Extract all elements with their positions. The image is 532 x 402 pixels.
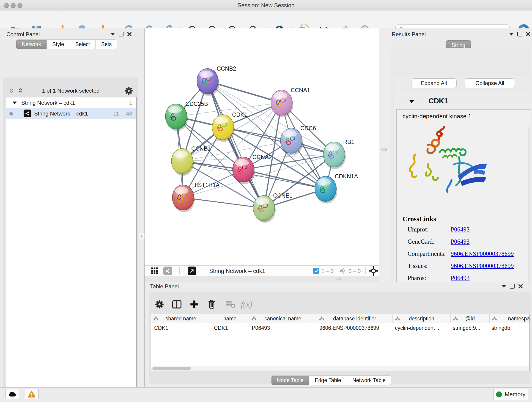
delete-table-icon[interactable] — [224, 298, 237, 311]
table-cell[interactable]: stringdb — [488, 323, 530, 332]
network-list: String Network – cdk1 1 String Network –… — [6, 97, 137, 402]
memory-button[interactable]: Memory — [493, 389, 528, 400]
column-header-database-identifier[interactable]: database identifier — [317, 314, 393, 323]
delete-column-icon[interactable] — [205, 298, 218, 311]
gene-description: cyclin-dependent kinase 1 — [403, 113, 472, 120]
crosslink-link[interactable]: 9606.ENSP00000378699 — [451, 262, 514, 269]
network-node-CCNE1[interactable]: CCNE1 — [253, 192, 293, 223]
horizontal-splitter[interactable] — [145, 276, 380, 282]
table-header-row: shared namenamecanonical namedatabase id… — [151, 314, 530, 323]
network-view-title: String Network – cdk1 — [209, 268, 265, 274]
crosslink-link[interactable]: P06493 — [451, 226, 470, 233]
memory-label: Memory — [505, 391, 525, 398]
warnings-button[interactable] — [25, 389, 38, 399]
network-node-CCNA1[interactable]: CCNA1 — [271, 87, 310, 117]
gene-details: cyclin-dependent kinase 1 — [396, 109, 531, 283]
tab-style[interactable]: Style — [47, 39, 70, 49]
float-panel-icon[interactable] — [517, 32, 522, 36]
crosslink-row: Tissues:9606.ENSP00000378699 — [408, 262, 526, 269]
horizontal-splitter-handle[interactable] — [336, 278, 341, 280]
crosslink-row: GeneCard:P06493 — [408, 238, 526, 245]
crosslink-link[interactable]: 9606.ENSP00000378699 — [451, 250, 514, 257]
close-panel-icon[interactable] — [526, 32, 530, 36]
tab-network[interactable]: Network — [16, 39, 47, 49]
network-node-RB1[interactable]: RB1 — [323, 139, 355, 169]
tab-sets[interactable]: Sets — [95, 39, 117, 49]
crosslink-label: Tissues: — [408, 262, 451, 269]
birds-eye-view-icon[interactable] — [369, 266, 378, 276]
network-node-CDC6[interactable]: CDC6 — [280, 125, 316, 155]
column-header-name[interactable]: name — [211, 314, 249, 323]
network-view-canvas[interactable]: CCNB2CCNA1CDC25BCDK1CDC6RB1CCNB1CCNA2CDK… — [145, 28, 380, 265]
grid-view-icon[interactable] — [151, 267, 158, 274]
table-settings-gear-icon[interactable] — [153, 298, 166, 311]
column-header-shared-name[interactable]: shared name — [151, 314, 211, 323]
network-collection-row[interactable]: String Network – cdk1 1 — [6, 97, 136, 108]
protein-structure-image — [406, 123, 493, 201]
crosslink-link[interactable]: P06493 — [451, 274, 470, 282]
scrollbar-thumb[interactable] — [152, 367, 191, 370]
table-cell[interactable]: CDK1 — [151, 323, 211, 332]
table-cell[interactable]: 9606.ENSP00000378699 — [316, 323, 392, 332]
left-splitter-handle[interactable] — [139, 233, 145, 239]
tab-node-table[interactable]: Node Table — [271, 375, 309, 385]
network-node-CDC25B[interactable]: CDC25B — [165, 101, 208, 131]
detach-view-icon[interactable] — [188, 267, 196, 275]
selected-counts: 1 – 0 — [322, 268, 334, 274]
results-scrollbar[interactable] — [528, 127, 530, 301]
expand-all-button[interactable]: Expand All — [411, 78, 457, 88]
network-node-CCNB1[interactable]: CCNB1 — [171, 145, 211, 176]
crosslink-label: Compartments: — [408, 250, 451, 257]
table-cell[interactable]: cyclin-dependent ... — [392, 323, 450, 332]
table-row[interactable]: CDK1CDK1P064939606.ENSP00000378699cyclin… — [151, 323, 530, 332]
cloud-status-button[interactable] — [5, 389, 19, 399]
panel-menu-icon[interactable] — [509, 33, 514, 36]
results-buttons-box: Expand All Collapse All — [394, 76, 532, 90]
add-column-icon[interactable] — [188, 298, 201, 311]
control-panel-tabs: NetworkStyleSelectSets — [16, 39, 117, 49]
vertical-splitter-handle[interactable] — [381, 148, 387, 151]
gear-icon[interactable] — [125, 87, 133, 95]
network-edge[interactable] — [183, 198, 264, 208]
table-cell[interactable]: P06493 — [249, 323, 316, 332]
network-edge[interactable] — [208, 81, 264, 208]
crosslink-row: Pharos:P06493 — [408, 274, 526, 282]
panel-menu-icon[interactable] — [501, 285, 506, 288]
collection-expander-icon[interactable] — [13, 102, 17, 104]
table-cell[interactable]: stringdb:9... — [450, 323, 488, 332]
float-panel-icon[interactable] — [119, 32, 123, 36]
network-edge[interactable] — [243, 170, 326, 189]
node-label: CCNA2 — [253, 154, 272, 160]
table-cell[interactable]: CDK1 — [211, 323, 249, 332]
tab-edge-table[interactable]: Edge Table — [309, 375, 347, 385]
column-header-namespace[interactable]: namespace — [490, 314, 530, 323]
network-node-CCNB2[interactable]: CCNB2 — [197, 65, 236, 96]
network-node-HIST1H1A[interactable]: HIST1H1A — [172, 182, 220, 212]
column-header-canonical-name[interactable]: canonical name — [249, 314, 317, 323]
column-header--id[interactable]: @id — [451, 314, 490, 323]
collapse-all-button[interactable]: Collapse All — [465, 78, 515, 88]
tab-network-table[interactable]: Network Table — [347, 375, 391, 385]
table-tabs: Node TableEdge TableNetwork Table — [271, 375, 391, 385]
network-row-selected[interactable]: String Network – cdk1 11 48 — [6, 108, 136, 119]
crosslink-link[interactable]: P06493 — [451, 238, 470, 245]
node-label: CCNA1 — [291, 87, 310, 93]
table-horizontal-scrollbar[interactable] — [151, 366, 530, 370]
network-node-CDKN1A[interactable]: CDKN1A — [315, 173, 358, 204]
network-status-row: 1 of 1 Network selected — [3, 84, 138, 97]
control-panel: Control Panel NetworkStyleSelectSets 1 o… — [0, 28, 145, 387]
selected-items-checkbox-icon[interactable] — [313, 268, 319, 274]
network-node-CCNA2[interactable]: CCNA2 — [233, 154, 272, 184]
float-panel-icon[interactable] — [510, 284, 515, 288]
tab-select[interactable]: Select — [70, 39, 96, 49]
network-node-CDK1[interactable]: CDK1 — [212, 111, 247, 142]
show-columns-icon[interactable] — [171, 298, 183, 311]
close-panel-icon[interactable] — [127, 32, 132, 36]
toolbar-separator — [308, 267, 308, 274]
column-header-description[interactable]: description — [393, 314, 451, 323]
toolbar-separator — [365, 267, 366, 274]
section-collapse-icon[interactable] — [409, 100, 414, 103]
panel-menu-icon[interactable] — [110, 33, 115, 36]
close-panel-icon[interactable] — [518, 284, 523, 288]
network-view-mode-icon[interactable] — [163, 267, 172, 275]
